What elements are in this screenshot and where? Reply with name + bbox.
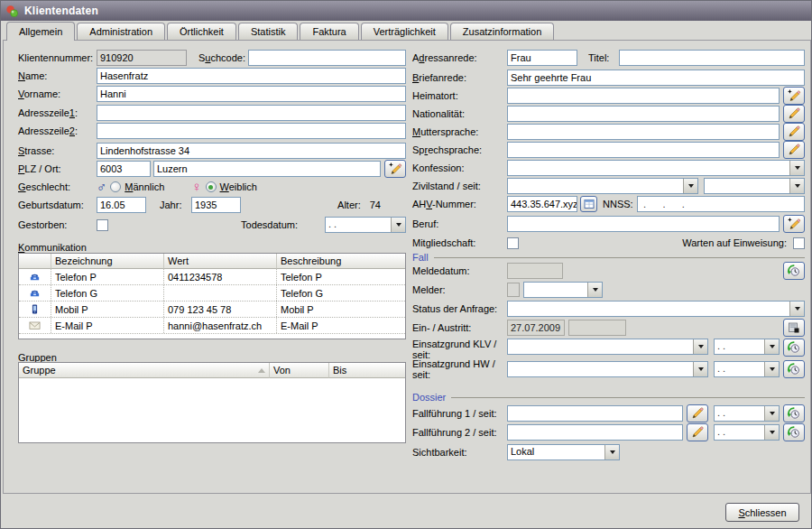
chevron-down-icon[interactable]: [764, 425, 779, 440]
nationalitaet-edit-button[interactable]: [783, 105, 805, 123]
kommunikation-header: Bezeichnung Wert Beschreibung: [19, 254, 405, 269]
chevron-down-icon[interactable]: [604, 445, 619, 459]
column-header-bezeichnung[interactable]: Bezeichnung: [51, 254, 164, 269]
geburtsdatum-label: Geburtsdatum:: [18, 200, 97, 210]
alter-label: Alter:: [337, 200, 363, 210]
tab-label: Örtlichkeit: [180, 26, 224, 37]
chevron-down-icon[interactable]: [789, 302, 804, 316]
pencil-icon: [787, 143, 801, 157]
column-header-von[interactable]: Von: [270, 363, 329, 378]
chevron-down-icon[interactable]: [693, 339, 707, 354]
sichtbarkeit-combo[interactable]: Lokal: [507, 444, 620, 460]
heimatort-input[interactable]: [507, 88, 780, 104]
kommunikation-row-telefon-p[interactable]: Telefon P 0411234578 Telefon P: [19, 269, 405, 285]
tab-administration[interactable]: Administration: [77, 23, 165, 40]
heimatort-lookup-button[interactable]: [783, 87, 805, 105]
fallfuehrung-1-edit-button[interactable]: [687, 404, 708, 422]
zivilstand-combo[interactable]: [507, 178, 698, 194]
ahv-lookup-button[interactable]: [580, 196, 597, 212]
beruf-lookup-button[interactable]: [783, 215, 805, 233]
meldedatum-history-button[interactable]: [783, 262, 805, 280]
tab-vertraeglichkeit[interactable]: Verträglichkeit: [361, 23, 448, 40]
chevron-down-icon[interactable]: [587, 283, 602, 297]
einsatzgrund-hw-history-button[interactable]: [783, 360, 805, 378]
adressanrede-input[interactable]: Frau: [507, 50, 577, 66]
gruppe-header-label: Gruppe: [23, 365, 56, 376]
einsatzgrund-klv-history-button[interactable]: [783, 339, 805, 357]
fallfuehrung-2-history-button[interactable]: [783, 423, 805, 441]
row-ahv: AHV-Nummer: 443.35.647.xyz NNSS: . . .: [412, 196, 805, 212]
gestorben-checkbox[interactable]: [97, 219, 108, 231]
warten-auf-einweisung-checkbox[interactable]: [793, 237, 805, 249]
chevron-down-icon[interactable]: [693, 362, 707, 376]
button-bar: Schliessen: [1, 494, 811, 528]
briefanrede-input[interactable]: Sehr geehrte Frau: [507, 70, 805, 86]
nationalitaet-input[interactable]: [507, 106, 780, 122]
fallfuehrung-1-input[interactable]: [507, 405, 683, 422]
einsatzgrund-hw-seit-combo[interactable]: . .: [714, 361, 780, 377]
mitgliedschaft-checkbox[interactable]: [507, 237, 519, 249]
melder-combo[interactable]: [523, 282, 603, 298]
sprechsprache-input[interactable]: [507, 142, 780, 158]
column-header-bis[interactable]: Bis: [329, 363, 405, 378]
jahr-input[interactable]: 1935: [191, 197, 241, 213]
adresszeile1-input[interactable]: [97, 105, 406, 121]
strasse-input[interactable]: Lindenhofstrasse 34: [97, 143, 406, 159]
beruf-input[interactable]: [507, 216, 780, 232]
tab-allgemein[interactable]: Allgemein: [6, 22, 75, 41]
tab-zusatzinformation[interactable]: Zusatzinformation: [450, 23, 554, 40]
ort-input[interactable]: Luzern: [153, 161, 381, 177]
ein-austritt-button[interactable]: [783, 319, 805, 337]
fallfuehrung-2-input[interactable]: [507, 424, 683, 441]
fallfuehrung-2-seit-combo[interactable]: . .: [714, 424, 780, 441]
chevron-down-icon[interactable]: [789, 161, 804, 175]
ort-lookup-button[interactable]: [384, 160, 406, 178]
chevron-down-icon[interactable]: [764, 362, 779, 376]
titel-input[interactable]: [619, 50, 805, 66]
column-header-beschreibung[interactable]: Beschreibung: [277, 254, 405, 269]
radio-weiblich[interactable]: [206, 181, 217, 192]
einsatzgrund-klv-combo[interactable]: [507, 339, 708, 355]
ahv-nummer-input[interactable]: 443.35.647.xyz: [507, 196, 577, 212]
chevron-down-icon[interactable]: [683, 179, 697, 193]
konfession-combo[interactable]: [507, 160, 805, 176]
kommunikation-row-email-p[interactable]: E-Mail P hanni@hasenfratz.ch E-Mail P: [19, 318, 405, 334]
chevron-down-icon[interactable]: [764, 406, 779, 421]
melder-detail-button[interactable]: [507, 283, 520, 297]
column-header-wert[interactable]: Wert: [164, 254, 277, 269]
adresszeile2-input[interactable]: [97, 123, 406, 139]
name-input[interactable]: Hasenfratz: [97, 68, 406, 84]
suchcode-input[interactable]: [248, 50, 406, 66]
zivilstand-seit-combo[interactable]: [704, 178, 805, 194]
chevron-down-icon[interactable]: [391, 218, 405, 232]
radio-maennlich[interactable]: [110, 181, 121, 192]
fallfuehrung-2-edit-button[interactable]: [687, 423, 708, 441]
sichtbarkeit-value: Lokal: [508, 445, 604, 459]
geburtsdatum-input[interactable]: 16.05: [97, 197, 146, 213]
todesdatum-combo[interactable]: . .: [325, 217, 406, 233]
einsatzgrund-klv-seit-combo[interactable]: . .: [714, 339, 780, 355]
column-header-icon[interactable]: [19, 254, 51, 269]
fallfuehrung-1-history-button[interactable]: [783, 404, 805, 422]
fall-header-label: Fall: [412, 252, 434, 263]
muttersprache-edit-button[interactable]: [783, 123, 805, 141]
plz-input[interactable]: 6003: [97, 161, 151, 177]
nnss-input[interactable]: . . .: [637, 196, 805, 212]
chevron-down-icon[interactable]: [764, 339, 779, 354]
chevron-down-icon[interactable]: [789, 179, 804, 193]
sprechsprache-edit-button[interactable]: [783, 141, 805, 159]
schliessen-button[interactable]: Schliessen: [725, 503, 799, 522]
vorname-input[interactable]: Hanni: [97, 86, 406, 102]
tab-faktura[interactable]: Faktura: [300, 23, 358, 40]
kommunikation-row-telefon-g[interactable]: Telefon G Telefon G: [19, 285, 405, 302]
tab-statistik[interactable]: Statistik: [238, 23, 299, 40]
fallfuehrung-1-seit-combo[interactable]: . .: [714, 405, 780, 422]
muttersprache-input[interactable]: [507, 124, 780, 140]
cell-beschreibung: Telefon G: [281, 288, 323, 299]
status-der-anfrage-combo[interactable]: [507, 301, 805, 317]
kommunikation-row-mobil-p[interactable]: Mobil P 079 123 45 78 Mobil P: [19, 302, 405, 318]
einsatzgrund-hw-combo[interactable]: [507, 361, 708, 377]
column-header-gruppe[interactable]: Gruppe: [19, 363, 270, 378]
cell-bezeichnung: E-Mail P: [55, 320, 93, 331]
tab-oertlichkeit[interactable]: Örtlichkeit: [167, 23, 236, 40]
